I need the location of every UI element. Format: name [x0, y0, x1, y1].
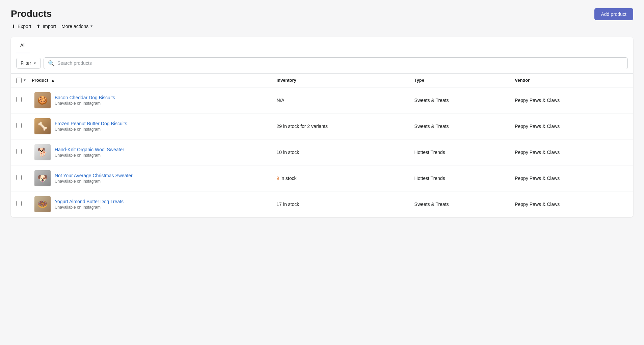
product-info: Hand-Knit Organic Wool Sweater Unavailab…	[55, 147, 124, 158]
product-thumbnail: 🍩	[34, 196, 51, 212]
export-icon: ⬇	[11, 24, 16, 29]
table-row: 🐕 Hand-Knit Organic Wool Sweater Unavail…	[11, 139, 633, 165]
import-button[interactable]: ⬆ Import	[36, 22, 57, 30]
select-all-chevron-icon[interactable]: ▼	[23, 78, 26, 82]
table-row: 🍪 Bacon Cheddar Dog Biscuits Unavailable…	[11, 87, 633, 113]
product-status: Unavailable on Instagram	[55, 127, 127, 132]
import-icon: ⬆	[36, 24, 41, 29]
type-cell: Sweets & Treats	[409, 87, 510, 113]
column-header-product[interactable]: Product ▲	[29, 74, 271, 87]
product-name-link[interactable]: Yogurt Almond Butter Dog Treats	[55, 199, 124, 204]
chevron-down-icon: ▼	[90, 24, 93, 28]
product-info: Bacon Cheddar Dog Biscuits Unavailable o…	[55, 95, 115, 106]
product-info: Yogurt Almond Butter Dog Treats Unavaila…	[55, 199, 124, 210]
product-cell: 🐕 Hand-Knit Organic Wool Sweater Unavail…	[29, 139, 271, 165]
add-product-button[interactable]: Add product	[594, 8, 634, 20]
product-name-link[interactable]: Frozen Peanut Butter Dog Biscuits	[55, 121, 127, 126]
type-cell: Hottest Trends	[409, 139, 510, 165]
table-row: 🐶 Not Your Average Christmas Sweater Una…	[11, 165, 633, 191]
type-cell: Hottest Trends	[409, 165, 510, 191]
product-status: Unavailable on Instagram	[55, 205, 124, 210]
product-status: Unavailable on Instagram	[55, 179, 133, 184]
inventory-low-number: 9	[276, 176, 279, 181]
export-button[interactable]: ⬇ Export	[11, 22, 32, 30]
filter-chevron-icon: ▼	[33, 61, 36, 65]
product-thumb-emoji: 🦴	[37, 122, 48, 131]
product-cell: 🦴 Frozen Peanut Butter Dog Biscuits Unav…	[29, 113, 271, 139]
products-table: ▼ Product ▲ Inventory Type Vendor 🍪	[11, 74, 633, 217]
row-checkbox-cell	[11, 191, 29, 217]
row-checkbox[interactable]	[16, 149, 22, 154]
vendor-cell: Peppy Paws & Claws	[509, 165, 633, 191]
select-all-checkbox[interactable]	[16, 78, 22, 83]
row-checkbox[interactable]	[16, 175, 22, 180]
product-cell: 🐶 Not Your Average Christmas Sweater Una…	[29, 165, 271, 191]
inventory-value: 17 in stock	[271, 191, 409, 217]
row-checkbox-cell	[11, 165, 29, 191]
vendor-cell: Peppy Paws & Claws	[509, 87, 633, 113]
type-cell: Sweets & Treats	[409, 191, 510, 217]
column-header-type: Type	[409, 74, 510, 87]
column-header-vendor: Vendor	[509, 74, 633, 87]
tab-all[interactable]: All	[16, 37, 30, 53]
row-checkbox-cell	[11, 87, 29, 113]
tabs-row: All	[11, 37, 633, 53]
inventory-suffix: in stock	[279, 176, 296, 181]
inventory-cell: 9 in stock	[271, 165, 409, 191]
vendor-cell: Peppy Paws & Claws	[509, 113, 633, 139]
product-thumbnail: 🐕	[34, 144, 51, 160]
sort-asc-icon: ▲	[51, 78, 55, 83]
product-thumb-emoji: 🐕	[37, 148, 48, 157]
vendor-cell: Peppy Paws & Claws	[509, 139, 633, 165]
page-title: Products	[11, 8, 94, 20]
product-status: Unavailable on Instagram	[55, 153, 124, 158]
product-name-link[interactable]: Not Your Average Christmas Sweater	[55, 173, 133, 178]
inventory-value: N/A	[271, 87, 409, 113]
vendor-cell: Peppy Paws & Claws	[509, 191, 633, 217]
product-name-link[interactable]: Bacon Cheddar Dog Biscuits	[55, 95, 115, 100]
product-cell: 🍪 Bacon Cheddar Dog Biscuits Unavailable…	[29, 87, 271, 113]
product-thumbnail: 🐶	[34, 170, 51, 186]
product-info: Not Your Average Christmas Sweater Unava…	[55, 173, 133, 184]
product-thumbnail: 🦴	[34, 118, 51, 134]
header-checkbox-cell: ▼	[11, 74, 29, 87]
row-checkbox-cell	[11, 139, 29, 165]
product-thumb-emoji: 🍩	[37, 200, 48, 209]
filter-row: Filter ▼ 🔍	[11, 53, 633, 74]
product-info: Frozen Peanut Butter Dog Biscuits Unavai…	[55, 121, 127, 132]
row-checkbox[interactable]	[16, 201, 22, 206]
filter-button[interactable]: Filter ▼	[16, 58, 41, 69]
product-cell: 🍩 Yogurt Almond Butter Dog Treats Unavai…	[29, 191, 271, 217]
product-status: Unavailable on Instagram	[55, 101, 115, 106]
product-thumb-emoji: 🐶	[37, 174, 48, 183]
product-name-link[interactable]: Hand-Knit Organic Wool Sweater	[55, 147, 124, 152]
row-checkbox[interactable]	[16, 123, 22, 128]
table-row: 🍩 Yogurt Almond Butter Dog Treats Unavai…	[11, 191, 633, 217]
search-wrapper: 🔍	[44, 57, 628, 69]
inventory-value: 29 in stock for 2 variants	[271, 113, 409, 139]
product-thumb-emoji: 🍪	[37, 96, 48, 105]
search-input[interactable]	[57, 60, 623, 66]
row-checkbox[interactable]	[16, 97, 22, 102]
more-actions-button[interactable]: More actions ▼	[61, 22, 94, 30]
filter-label: Filter	[21, 60, 31, 66]
product-thumbnail: 🍪	[34, 92, 51, 108]
search-icon: 🔍	[48, 60, 55, 67]
column-header-inventory: Inventory	[271, 74, 409, 87]
inventory-value: 10 in stock	[271, 139, 409, 165]
table-row: 🦴 Frozen Peanut Butter Dog Biscuits Unav…	[11, 113, 633, 139]
type-cell: Sweets & Treats	[409, 113, 510, 139]
row-checkbox-cell	[11, 113, 29, 139]
